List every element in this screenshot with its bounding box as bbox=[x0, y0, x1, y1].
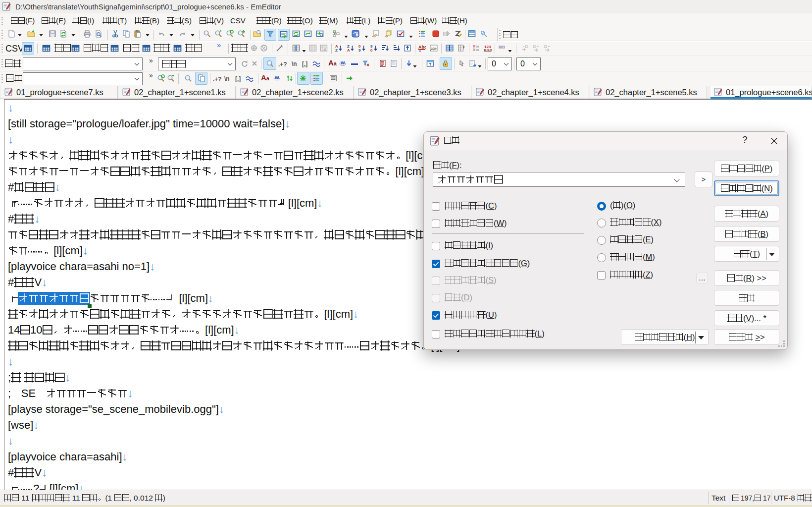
svg-text:1: 1 bbox=[473, 45, 475, 48]
svg-text:A: A bbox=[347, 48, 350, 52]
svg-text:123: 123 bbox=[484, 45, 491, 49]
svg-text:0: 0 bbox=[370, 48, 373, 52]
svg-text:9: 9 bbox=[358, 48, 361, 52]
svg-text:2: 2 bbox=[473, 49, 475, 52]
svg-text:Abc: Abc bbox=[418, 45, 426, 50]
svg-text:Z: Z bbox=[335, 48, 338, 52]
